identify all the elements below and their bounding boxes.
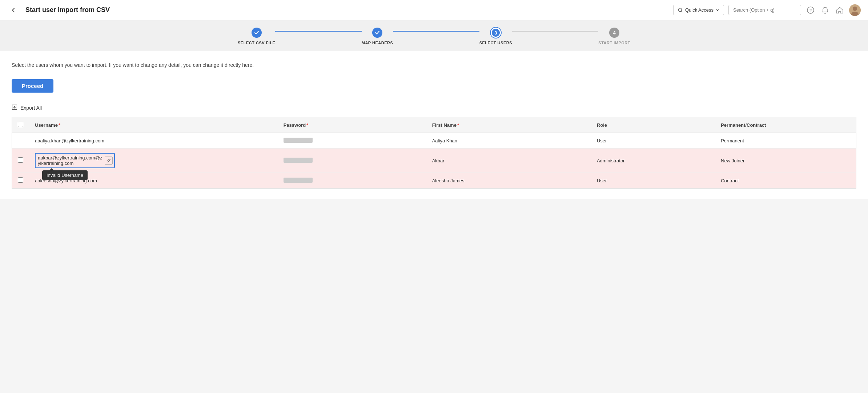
svg-text:?: ? (809, 8, 812, 13)
export-icon (12, 104, 17, 111)
invalid-username-tooltip: Invalid Username (42, 170, 88, 180)
col-header-password: Password* (278, 117, 426, 133)
table-row: aaleesha@zylkertraining.com Aleesha Jame… (12, 173, 856, 189)
page-header: Start user import from CSV Quick Access … (0, 0, 868, 20)
row-1-firstname: Aaliya Khan (426, 133, 591, 149)
col-header-contract: Permanent/Contract (715, 117, 856, 133)
step-2: MAP HEADERS (362, 28, 393, 45)
row-2-checkbox-cell (12, 149, 29, 173)
edit-cell-wrapper: aakbar@zylkertraining.com@zylkertraining… (35, 153, 115, 168)
table-row: aaaliya.khan@zylkertraining.com Aaliya K… (12, 133, 856, 149)
export-all-row[interactable]: Export All (12, 104, 856, 111)
step-1-circle (252, 28, 262, 38)
step-3: 3 SELECT USERS (479, 28, 512, 45)
notifications-button[interactable] (820, 5, 830, 15)
search-icon (678, 8, 683, 13)
table-row: aakbar@zylkertraining.com@zylkertraining… (12, 149, 856, 173)
users-table-wrapper: Username* Password* First Name* Role Per… (12, 117, 856, 189)
row-2-firstname: Akbar (426, 149, 591, 173)
export-all-label: Export All (20, 105, 42, 111)
main-content: Select the users whom you want to import… (0, 51, 868, 199)
row-1-username: aaaliya.khan@zylkertraining.com (29, 133, 278, 149)
stepper-container: SELECT CSV FILE MAP HEADERS 3 SELECT USE… (0, 20, 868, 51)
svg-point-4 (853, 7, 857, 11)
row-1-password (278, 133, 426, 149)
instructions-text: Select the users whom you want to import… (12, 61, 856, 69)
step-line-3-4 (512, 31, 598, 32)
chevron-down-icon (716, 8, 719, 12)
select-all-header (12, 117, 29, 133)
edit-input-text: aakbar@zylkertraining.com@zylkertraining… (38, 155, 104, 166)
step-3-label: SELECT USERS (479, 41, 512, 45)
proceed-button[interactable]: Proceed (12, 79, 53, 93)
row-1-role: User (591, 133, 715, 149)
row-1-contract: Permanent (715, 133, 856, 149)
password-mask (284, 138, 313, 143)
step-4-circle: 4 (609, 28, 619, 38)
username-required: * (59, 122, 60, 128)
firstname-required: * (457, 122, 459, 128)
step-line-2-3 (393, 31, 479, 32)
username-edit-input[interactable]: aakbar@zylkertraining.com@zylkertraining… (35, 153, 115, 168)
table-header-row: Username* Password* First Name* Role Per… (12, 117, 856, 133)
quick-access-label: Quick Access (685, 7, 714, 13)
home-button[interactable] (835, 5, 845, 15)
row-3-firstname: Aleesha James (426, 173, 591, 189)
stepper: SELECT CSV FILE MAP HEADERS 3 SELECT USE… (216, 28, 652, 45)
row-2-contract: New Joiner (715, 149, 856, 173)
password-required: * (306, 122, 308, 128)
row-1-checkbox-cell (12, 133, 29, 149)
avatar[interactable] (849, 4, 861, 16)
back-button[interactable] (7, 5, 20, 15)
edit-pencil-button[interactable] (105, 157, 113, 165)
row-3-contract: Contract (715, 173, 856, 189)
step-line-1-2 (275, 31, 361, 32)
row-2-role: Administrator (591, 149, 715, 173)
pencil-icon (107, 158, 111, 163)
row-2-username-cell: aakbar@zylkertraining.com@zylkertraining… (29, 149, 278, 173)
select-all-checkbox[interactable] (18, 122, 23, 127)
row-2-password (278, 149, 426, 173)
header-actions: Quick Access ? (673, 4, 861, 16)
quick-access-button[interactable]: Quick Access (673, 5, 724, 15)
col-header-username: Username* (29, 117, 278, 133)
step-2-label: MAP HEADERS (362, 41, 393, 45)
step-1-label: SELECT CSV FILE (238, 41, 275, 45)
step-4: 4 START IMPORT (598, 28, 630, 45)
row-2-checkbox[interactable] (18, 157, 23, 163)
users-table: Username* Password* First Name* Role Per… (12, 117, 856, 189)
row-3-role: User (591, 173, 715, 189)
password-mask (284, 178, 313, 183)
password-mask (284, 158, 313, 163)
step-4-label: START IMPORT (598, 41, 630, 45)
step-3-circle: 3 (491, 28, 501, 38)
help-button[interactable]: ? (805, 5, 816, 15)
page-title: Start user import from CSV (25, 6, 667, 14)
step-2-circle (372, 28, 382, 38)
step-1: SELECT CSV FILE (238, 28, 275, 45)
row-3-checkbox[interactable] (18, 177, 23, 183)
col-header-firstname: First Name* (426, 117, 591, 133)
search-input[interactable] (728, 5, 801, 15)
row-3-password (278, 173, 426, 189)
row-3-checkbox-cell (12, 173, 29, 189)
col-header-role: Role (591, 117, 715, 133)
